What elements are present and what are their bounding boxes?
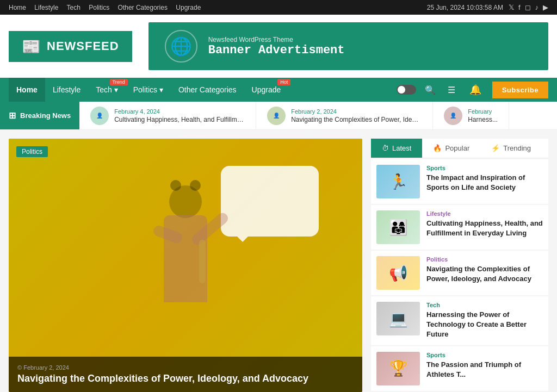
breaking-news-label: ⊞ Breaking News xyxy=(0,102,79,129)
nav-home[interactable]: Home xyxy=(9,78,45,102)
tab-latest-label: Latest xyxy=(392,144,411,152)
breaking-text-1: February 4, 2024 Cultivating Happiness, … xyxy=(114,108,245,123)
banner-large-text: Banner Advertisment xyxy=(208,43,345,57)
top-bar-right: 25 Jun, 2024 10:03:58 AM 𝕏 f ◻ ♪ ▶ xyxy=(427,3,548,11)
grid-icon: ⊞ xyxy=(9,110,16,121)
card-category-5: Sports xyxy=(426,352,543,358)
lifestyle-thumb-img: 👨‍👩‍👧 xyxy=(376,210,420,244)
breaking-text-2: February 2, 2024 Navigating the Complexi… xyxy=(291,108,422,123)
card-category-2: Lifestyle xyxy=(426,210,543,217)
tab-latest[interactable]: ⏱ Latest xyxy=(371,139,422,158)
breaking-date-1: February 4, 2024 xyxy=(114,108,245,115)
article-image xyxy=(9,139,362,392)
tab-trending-label: Trending xyxy=(503,144,531,152)
article-card-5[interactable]: 🏆 Sports The Passion and Triumph of Athl… xyxy=(371,346,548,391)
topnav-upgrade[interactable]: Upgrade xyxy=(176,4,201,11)
datetime: 25 Jun, 2024 10:03:58 AM xyxy=(427,4,503,11)
breaking-avatar-2: 👤 xyxy=(267,107,286,125)
card-content-4: Tech Harnessing the Power of Technology … xyxy=(426,302,543,340)
main-article[interactable]: Politics © February 2, 2024 Na xyxy=(9,139,362,392)
card-content-5: Sports The Passion and Triumph of Athlet… xyxy=(426,352,543,379)
bell-button[interactable]: 🔔 xyxy=(464,80,487,99)
article-date: © February 2, 2024 xyxy=(17,364,354,371)
card-title-5: The Passion and Triumph of Athletes T... xyxy=(426,360,543,379)
sidebar: ⏱ Latest 🔥 Popular ⚡ Trending 🏃 Sports T… xyxy=(371,139,548,392)
instagram-icon[interactable]: ◻ xyxy=(525,3,531,11)
logo-icon: 📰 xyxy=(22,38,41,55)
breaking-avatar-3: 👤 xyxy=(444,107,462,125)
social-icons[interactable]: 𝕏 f ◻ ♪ ▶ xyxy=(509,3,548,11)
card-category-1: Sports xyxy=(426,165,543,171)
breaking-date-3: February xyxy=(468,108,498,115)
top-bar-nav[interactable]: Home Lifestyle Tech Politics Other Categ… xyxy=(9,4,207,11)
subscribe-button[interactable]: Subscribe xyxy=(492,82,548,98)
topnav-other[interactable]: Other Categories xyxy=(118,4,168,11)
card-thumb-2: 👨‍👩‍👧 xyxy=(376,210,420,244)
tech-thumb-img: 💻 xyxy=(376,302,420,335)
card-thumb-1: 🏃 xyxy=(376,165,420,198)
breaking-title-1: Cultivating Happiness, Health, and Fulfi… xyxy=(114,116,245,123)
politics-thumb-img: 📢 xyxy=(376,256,420,290)
card-content-2: Lifestyle Cultivating Happiness, Health,… xyxy=(426,210,543,238)
main-nav: Home Lifestyle Tech ▾ Trend Politics ▾ O… xyxy=(0,78,557,102)
breaking-text-3: February Harness... xyxy=(468,108,498,123)
tab-popular[interactable]: 🔥 Popular xyxy=(422,139,480,158)
search-button[interactable]: 🔍 xyxy=(422,82,439,98)
breaking-title-2: Navigating the Complexities of Power, Id… xyxy=(291,116,422,123)
article-card-4[interactable]: 💻 Tech Harnessing the Power of Technolog… xyxy=(371,296,548,345)
card-thumb-3: 📢 xyxy=(376,256,420,290)
breaking-news-bar: ⊞ Breaking News 👤 February 4, 2024 Culti… xyxy=(0,102,557,130)
nav-other-categories[interactable]: Other Categories xyxy=(171,78,244,102)
logo[interactable]: 📰 NEWSFEED xyxy=(9,31,132,62)
dark-mode-toggle[interactable] xyxy=(397,85,416,95)
topnav-home[interactable]: Home xyxy=(9,4,26,11)
topnav-tech[interactable]: Tech xyxy=(67,4,81,11)
article-card-3[interactable]: 📢 Politics Navigating the Complexities o… xyxy=(371,251,548,295)
nav-lifestyle[interactable]: Lifestyle xyxy=(45,78,88,102)
fire-icon: 🔥 xyxy=(433,144,442,152)
topnav-lifestyle[interactable]: Lifestyle xyxy=(34,4,58,11)
card-content-3: Politics Navigating the Complexities of … xyxy=(426,256,543,284)
topnav-politics[interactable]: Politics xyxy=(89,4,109,11)
tiktok-icon[interactable]: ♪ xyxy=(535,3,539,11)
breaking-item-3[interactable]: 👤 February Harness... xyxy=(433,102,509,130)
card-content-1: Sports The Impact and Inspiration of Spo… xyxy=(426,165,543,192)
breaking-title-3: Harness... xyxy=(468,116,498,123)
sports2-thumb-img: 🏆 xyxy=(376,352,420,385)
nav-tech[interactable]: Tech ▾ Trend xyxy=(88,78,125,102)
breaking-item-1[interactable]: 👤 February 4, 2024 Cultivating Happiness… xyxy=(79,102,256,130)
nav-upgrade[interactable]: Upgrade Hot xyxy=(244,78,289,102)
article-title: Navigating the Complexities of Power, Id… xyxy=(17,373,354,384)
person-figure xyxy=(104,185,267,359)
sports-thumb-img-1: 🏃 xyxy=(376,165,420,198)
breaking-item-2[interactable]: 👤 February 2, 2024 Navigating the Comple… xyxy=(256,102,433,130)
card-thumb-5: 🏆 xyxy=(376,352,420,385)
top-bar: Home Lifestyle Tech Politics Other Categ… xyxy=(0,0,557,15)
banner-ad[interactable]: 🌐 Newsfeed WordPress Theme Banner Advert… xyxy=(148,22,548,70)
article-card-1[interactable]: 🏃 Sports The Impact and Inspiration of S… xyxy=(371,159,548,204)
hot-badge: Hot xyxy=(277,79,290,85)
banner-content: Newsfeed WordPress Theme Banner Advertis… xyxy=(208,36,345,57)
banner-small-text: Newsfeed WordPress Theme xyxy=(208,36,345,43)
card-title-4: Harnessing the Power of Technology to Cr… xyxy=(426,310,543,340)
tab-trending[interactable]: ⚡ Trending xyxy=(480,139,542,158)
clock-icon: ⏱ xyxy=(382,144,389,152)
twitter-icon[interactable]: 𝕏 xyxy=(509,3,514,11)
article-caption: © February 2, 2024 Navigating the Comple… xyxy=(9,357,362,392)
article-card-2[interactable]: 👨‍👩‍👧 Lifestyle Cultivating Happiness, H… xyxy=(371,205,548,250)
menu-button[interactable]: ☰ xyxy=(444,82,459,98)
nav-politics[interactable]: Politics ▾ xyxy=(126,78,171,102)
article-badge: Politics xyxy=(16,146,48,157)
toggle-knob xyxy=(398,86,405,94)
logo-text: NEWSFEED xyxy=(47,39,119,53)
card-category-4: Tech xyxy=(426,302,543,308)
main-nav-right: 🔍 ☰ 🔔 Subscribe xyxy=(397,80,548,99)
breaking-news-items: 👤 February 4, 2024 Cultivating Happiness… xyxy=(79,102,557,130)
card-title-2: Cultivating Happiness, Health, and Fulfi… xyxy=(426,219,543,238)
facebook-icon[interactable]: f xyxy=(518,3,521,11)
tab-bar: ⏱ Latest 🔥 Popular ⚡ Trending xyxy=(371,139,548,158)
main-nav-left: Home Lifestyle Tech ▾ Trend Politics ▾ O… xyxy=(9,78,288,102)
breaking-date-2: February 2, 2024 xyxy=(291,108,422,115)
bolt-icon: ⚡ xyxy=(491,144,500,152)
youtube-icon[interactable]: ▶ xyxy=(543,3,548,11)
